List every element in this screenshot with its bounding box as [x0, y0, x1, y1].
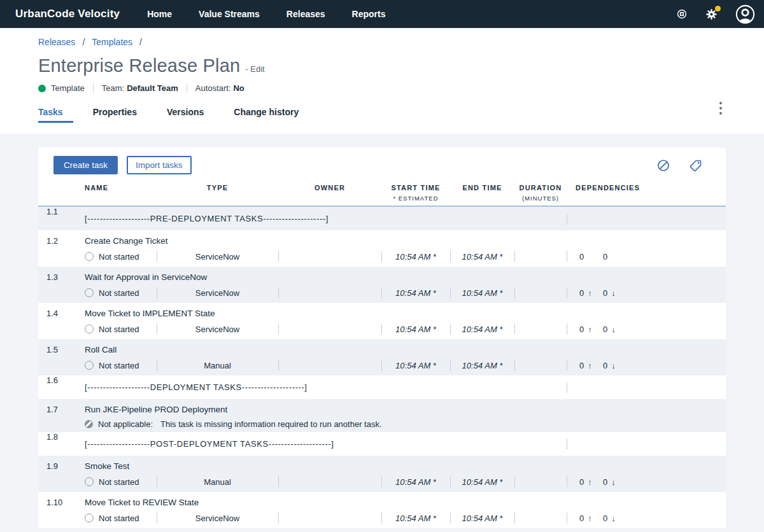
user-avatar[interactable]: [735, 4, 755, 24]
tab-versions[interactable]: Versions: [167, 107, 204, 123]
arrow-up-icon: ↑: [588, 514, 592, 523]
arrow-down-icon: ↓: [611, 325, 616, 334]
nav-item-value-streams[interactable]: Value Streams: [185, 0, 273, 28]
kebab-menu-icon[interactable]: [717, 99, 725, 117]
col-dependencies: DEPENDENCIES: [567, 183, 726, 206]
breadcrumb-templates[interactable]: Templates: [92, 37, 132, 47]
deps-up-count: 0: [579, 514, 584, 523]
deps-down-count: 0: [603, 361, 607, 370]
autostart-value: No: [233, 83, 244, 93]
arrow-down-icon: ↓: [611, 288, 616, 298]
task-status: Not started: [80, 322, 157, 336]
task-detail-line: Not startedServiceNow10:54 AM *10:54 AM …: [80, 511, 726, 525]
status-label: Not started: [99, 477, 139, 487]
table-row[interactable]: 1.2Create Change TicketNot startedServic…: [38, 230, 726, 267]
col-duration-sub: (MINUTES): [514, 194, 567, 203]
section-title: [--------------------POST-DEPLOYMENT TAS…: [80, 439, 567, 449]
deps-downstream: 0↓: [603, 288, 626, 298]
row-body: [--------------------PRE-DEPLOYMENT TASK…: [80, 207, 726, 230]
title-row: Enterprise Release Plan - Edit: [38, 55, 764, 76]
task-number: 1.7: [38, 399, 80, 432]
task-owner: [278, 286, 381, 300]
deps-down-count: 0: [603, 288, 607, 298]
section-deps-divider: [567, 381, 726, 395]
section-row-content: [--------------------POST-DEPLOYMENT TAS…: [80, 432, 726, 456]
task-name: Create Change Ticket: [80, 230, 726, 246]
nav-item-home[interactable]: Home: [134, 0, 185, 28]
section-deps-divider: [567, 212, 726, 226]
breadcrumb-releases[interactable]: Releases: [38, 37, 75, 47]
page-title: Enterprise Release Plan: [38, 55, 240, 76]
app-brand: UrbanCode Velocity: [15, 8, 120, 20]
col-duration: DURATION (MINUTES): [514, 183, 567, 206]
breadcrumb-separator: /: [139, 37, 142, 47]
note-text: This task is missing information require…: [160, 419, 382, 429]
task-owner: [278, 475, 381, 489]
table-row[interactable]: 1.6[--------------------DEPLOYMENT TASKS…: [38, 375, 726, 399]
task-detail-line: Not startedManual10:54 AM *10:54 AM *0↑0…: [80, 475, 726, 489]
deps-downstream: 0↓: [603, 325, 626, 334]
deps-downstream: 0: [603, 252, 626, 262]
task-number: 1.5: [38, 339, 80, 375]
table-row[interactable]: 1.7Run JKE-Pipeline PROD DeploymentNot a…: [38, 399, 726, 432]
nav-item-releases[interactable]: Releases: [273, 0, 339, 28]
tag-icon[interactable]: [689, 158, 703, 172]
section-row-content: [--------------------DEPLOYMENT TASKS---…: [80, 375, 726, 399]
team-value: Default Team: [127, 83, 178, 93]
table-row[interactable]: 1.1[--------------------PRE-DEPLOYMENT T…: [38, 207, 726, 230]
deps-upstream: 0↑: [579, 477, 603, 487]
task-start-time: 10:54 AM *: [381, 511, 450, 525]
task-type: ServiceNow: [157, 511, 278, 525]
task-start-time: 10:54 AM *: [381, 475, 450, 489]
task-end-time: 10:54 AM *: [450, 511, 514, 525]
task-status: Not started: [80, 358, 157, 372]
task-detail-line: Not startedServiceNow10:54 AM *10:54 AM …: [80, 322, 726, 336]
notification-dot: [715, 6, 721, 11]
deps-downstream: 0↓: [603, 361, 626, 370]
deps-down-count: 0: [603, 514, 607, 523]
col-end-time: END TIME: [450, 183, 514, 206]
nav-item-reports[interactable]: Reports: [339, 0, 399, 28]
task-owner: [278, 322, 381, 336]
table-row[interactable]: 1.10Move Ticket to REVIEW StateNot start…: [38, 492, 726, 528]
task-owner: [278, 249, 381, 263]
col-name: NAME: [80, 183, 157, 206]
tab-tasks[interactable]: Tasks: [38, 107, 63, 123]
table-row[interactable]: 1.5Roll CallNot startedManual10:54 AM *1…: [38, 339, 726, 375]
task-status: Not started: [80, 249, 157, 263]
breadcrumb-separator: /: [82, 37, 85, 47]
row-body: Roll CallNot startedManual10:54 AM *10:5…: [80, 339, 726, 375]
autostart-label: Autostart:: [195, 83, 231, 93]
task-type: Manual: [157, 475, 278, 489]
edit-link[interactable]: - Edit: [245, 64, 264, 74]
create-task-button[interactable]: Create task: [53, 156, 118, 174]
task-duration: [514, 322, 567, 336]
task-end-time: 10:54 AM *: [450, 322, 514, 336]
settings-gear-icon[interactable]: [705, 8, 718, 21]
import-tasks-button[interactable]: Import tasks: [127, 156, 192, 174]
col-type: TYPE: [157, 183, 278, 206]
task-number: 1.3: [38, 267, 80, 303]
status-label: Not started: [99, 514, 139, 523]
task-number: 1.6: [38, 375, 80, 399]
tab-change-history[interactable]: Change history: [234, 107, 299, 123]
table-row[interactable]: 1.3Wait for Approval in ServiceNowNot st…: [38, 267, 726, 303]
help-ring-icon[interactable]: [676, 8, 688, 20]
table-row[interactable]: 1.4Move Ticket to IMPLEMENT StateNot sta…: [38, 303, 726, 339]
no-symbol-icon[interactable]: [656, 158, 670, 172]
task-name: Roll Call: [80, 339, 726, 354]
task-duration: [514, 358, 567, 372]
table-row[interactable]: 1.9Smoke TestNot startedManual10:54 AM *…: [38, 456, 726, 492]
status-radio-icon: [85, 477, 94, 486]
meta-divider: [187, 83, 187, 93]
task-type: Manual: [157, 358, 278, 372]
task-number: 1.4: [38, 303, 80, 339]
arrow-up-icon: ↑: [588, 288, 592, 298]
task-owner: [278, 358, 381, 372]
task-name: Smoke Test: [80, 456, 726, 471]
task-rows: 1.1[--------------------PRE-DEPLOYMENT T…: [38, 207, 726, 528]
tab-properties[interactable]: Properties: [93, 107, 137, 123]
tab-bar: Tasks Properties Versions Change history: [38, 107, 764, 123]
task-end-time: 10:54 AM *: [450, 358, 514, 372]
table-row[interactable]: 1.8[--------------------POST-DEPLOYMENT …: [38, 432, 726, 456]
